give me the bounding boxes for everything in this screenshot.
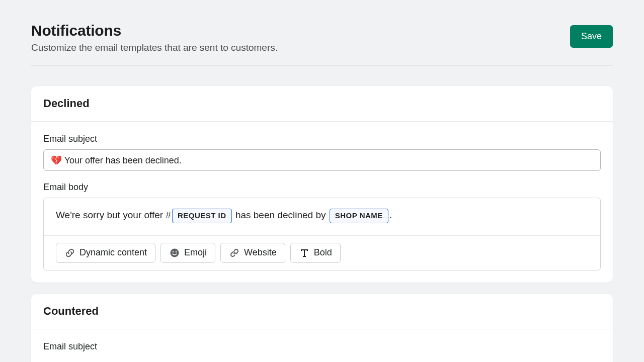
body-label: Email body xyxy=(43,182,601,193)
page-title: Notifications xyxy=(31,22,278,39)
card-declined-title: Declined xyxy=(43,97,601,110)
header-divider xyxy=(31,65,613,66)
emoji-button[interactable]: Emoji xyxy=(160,243,215,263)
body-editor[interactable]: We're sorry but your offer #REQUEST ID h… xyxy=(43,198,601,270)
token-shop-name[interactable]: SHOP NAME xyxy=(330,209,388,223)
editor-toolbar: Dynamic content Emoj xyxy=(44,235,600,270)
card-declined: Declined Email subject Email body We're … xyxy=(31,86,613,283)
body-text-middle: has been declined by xyxy=(233,210,329,220)
save-button[interactable]: Save xyxy=(570,25,613,48)
subject-label: Email subject xyxy=(43,134,601,144)
svg-point-1 xyxy=(173,251,174,252)
card-countered-title: Countered xyxy=(43,305,601,318)
link-icon xyxy=(229,247,240,258)
subject-input[interactable] xyxy=(43,149,601,171)
text-format-icon xyxy=(299,247,310,258)
bold-button[interactable]: Bold xyxy=(290,243,341,263)
countered-subject-label: Email subject xyxy=(43,341,601,352)
body-text-before: We're sorry but your offer # xyxy=(56,210,171,220)
website-button[interactable]: Website xyxy=(220,243,285,263)
svg-point-0 xyxy=(171,248,179,257)
card-countered: Countered Email subject xyxy=(31,294,613,363)
token-request-id[interactable]: REQUEST ID xyxy=(172,209,232,223)
dynamic-content-button[interactable]: Dynamic content xyxy=(56,243,155,263)
bold-label: Bold xyxy=(314,247,332,258)
dynamic-content-label: Dynamic content xyxy=(79,247,147,258)
website-label: Website xyxy=(244,247,277,258)
page-subtitle: Customize the email templates that are s… xyxy=(31,42,278,53)
page-header: Notifications Customize the email templa… xyxy=(31,22,613,53)
link-chain-icon xyxy=(64,247,75,258)
emoji-icon xyxy=(169,247,180,258)
svg-point-2 xyxy=(176,251,177,252)
body-text-after: . xyxy=(389,210,392,220)
body-editor-content[interactable]: We're sorry but your offer #REQUEST ID h… xyxy=(44,198,600,235)
emoji-label: Emoji xyxy=(184,247,207,258)
